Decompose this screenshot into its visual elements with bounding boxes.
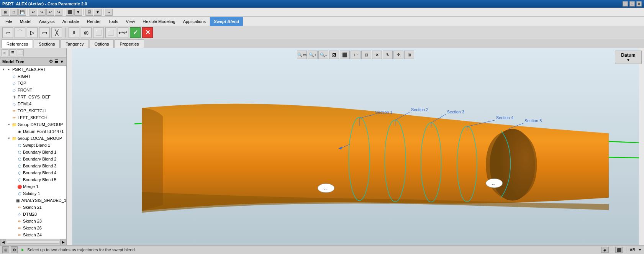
tree-item[interactable]: ✏Sketch 26	[0, 225, 66, 231]
datum-arrow-btn[interactable]: ▼	[626, 58, 630, 62]
menu-analysis[interactable]: Analysis	[35, 17, 59, 26]
feat-confirm[interactable]: ✓	[130, 27, 141, 38]
tree-item[interactable]: ⬡Boundary Blend 4	[0, 169, 66, 176]
stb-btn2[interactable]: ☰	[9, 49, 16, 56]
tree-filter-icon[interactable]: ⚙	[49, 59, 53, 64]
qa-check-arrow[interactable]: ▼	[94, 9, 102, 16]
tree-item[interactable]: ✏Sketch 24	[0, 231, 66, 238]
qa-undo[interactable]: ↩	[29, 9, 37, 16]
vp-spin[interactable]: ↻	[383, 51, 393, 59]
close-button[interactable]: ✕	[636, 1, 642, 7]
tree-expand-arrow[interactable]: ▾	[2, 67, 5, 71]
feat-sketch2[interactable]: ⌒	[15, 27, 25, 38]
qa-redo[interactable]: ↪	[38, 9, 46, 16]
tab-options[interactable]: Options	[90, 39, 114, 48]
vp-axes[interactable]: ✛	[393, 51, 403, 59]
qa-new[interactable]: ⊞	[2, 9, 9, 16]
tree-item[interactable]: ◇RIGHT	[0, 73, 66, 80]
menu-render[interactable]: Render	[83, 17, 105, 26]
feat-action4[interactable]: ↩↩	[118, 27, 128, 38]
vp-view[interactable]: ⊡	[361, 51, 371, 59]
status-box1[interactable]: ◈	[601, 247, 609, 253]
tree-item[interactable]: ✏Sketch 21	[0, 204, 66, 211]
tree-item[interactable]: ⬡Swept Blend 1	[0, 142, 66, 149]
tree-item[interactable]: ◇DTM28	[0, 211, 66, 218]
menu-file[interactable]: File	[2, 17, 16, 26]
stb-btn3[interactable]: ⬜	[17, 49, 24, 56]
feat-sketch1[interactable]: ▱	[2, 27, 13, 38]
vp-more[interactable]: ⊞	[404, 51, 414, 59]
menu-flexible[interactable]: Flexible Modeling	[139, 17, 179, 26]
vp-zoom-out[interactable]: 🔍-	[318, 51, 328, 59]
tree-item[interactable]: ⬡Boundary Blend 2	[0, 156, 66, 162]
scroll-left[interactable]: ◀	[0, 239, 6, 245]
tab-sections[interactable]: Sections	[34, 39, 60, 48]
scroll-right[interactable]: ▶	[60, 239, 66, 245]
tree-expand-arrow[interactable]: ▾	[7, 136, 11, 140]
tree-item[interactable]: ◇DTM14	[0, 100, 66, 107]
tree-item[interactable]: ▦ANALYSIS_SHADED_1	[0, 197, 66, 204]
menu-applications[interactable]: Applications	[179, 17, 210, 26]
status-icon-1[interactable]: ⊞	[2, 246, 9, 253]
status-lang-arrow[interactable]: ▼	[638, 248, 642, 252]
tree-item[interactable]: ▾📁Group LOCAL_GROUP	[0, 135, 66, 142]
menu-swept-blend[interactable]: Swept Blend	[210, 17, 243, 26]
tree-item[interactable]: ⬡Boundary Blend 3	[0, 162, 66, 169]
feat-sketch5[interactable]: ╳	[51, 27, 62, 38]
tree-item[interactable]: ✛PRT_CSYS_DEF	[0, 93, 66, 100]
menu-model[interactable]: Model	[16, 17, 35, 26]
model-tree-header: Model Tree ⚙ ☰ ▼	[0, 57, 66, 66]
qa-undo2[interactable]: ↩	[46, 9, 54, 16]
stb-btn1[interactable]: ⊞	[2, 49, 8, 56]
tree-item[interactable]: ⬡Boundary Blend 5	[0, 176, 66, 183]
qa-arrow[interactable]: →	[105, 9, 113, 16]
vp-zoom-area[interactable]: 🔍▭	[297, 51, 307, 59]
tree-item[interactable]: 🔴Merge 1	[0, 183, 66, 190]
tree-item[interactable]: ◇FRONT	[0, 87, 66, 93]
qa-save[interactable]: 💾	[18, 9, 26, 16]
qa-check[interactable]: ☑	[85, 9, 93, 16]
vp-fit[interactable]: 🖼	[329, 51, 339, 59]
statusbar: ⊞ ⚙ ➤ Select up to two chains as traject…	[0, 245, 644, 254]
feat-cancel[interactable]: ✕	[142, 27, 153, 38]
scroll-track[interactable]	[7, 241, 59, 244]
feat-action2[interactable]: ⬜	[93, 27, 104, 38]
tab-references[interactable]: References	[2, 39, 33, 48]
qa-redo2[interactable]: ↪	[55, 9, 62, 16]
tree-expand-arrow[interactable]: ▾	[7, 123, 11, 126]
vp-remove[interactable]: ✕	[372, 51, 382, 59]
qa-open[interactable]: □	[10, 9, 18, 16]
qa-regen-arrow[interactable]: ▼	[74, 9, 82, 16]
status-icon-2[interactable]: ⚙	[11, 246, 18, 253]
tree-item[interactable]: ✏LEFT_SKETCH	[0, 114, 66, 121]
tree-item[interactable]: ⬡Solidity 1	[0, 190, 66, 197]
feat-sketch4[interactable]: ▭	[39, 27, 50, 38]
vp-orient[interactable]: ↩	[351, 51, 361, 59]
tree-item[interactable]: ▾📁Group DATUM_GROUP	[0, 121, 66, 128]
tree-item[interactable]: ✏Sketch 23	[0, 218, 66, 225]
tree-item[interactable]: ◇TOP	[0, 80, 66, 87]
menu-annotate[interactable]: Annotate	[59, 17, 83, 26]
vp-zoom-in[interactable]: 🔍+	[308, 51, 318, 59]
tree-cols-icon[interactable]: ☰	[54, 59, 58, 64]
tab-properties[interactable]: Properties	[115, 39, 144, 48]
tree-item[interactable]: ✏TOP_SKETCH	[0, 107, 66, 114]
feat-pause[interactable]: ⏸	[69, 27, 79, 38]
viewport[interactable]: 🔍▭ 🔍+ 🔍- 🖼 ⬛ ↩ ⊡ ✕ ↻ ✛ ⊞	[67, 48, 644, 245]
feat-action1[interactable]: ◎	[81, 27, 92, 38]
tab-tangency[interactable]: Tangency	[61, 39, 88, 48]
feat-action3[interactable]: ⬜	[105, 27, 116, 38]
qa-regen[interactable]: ⬛	[66, 9, 74, 16]
maximize-button[interactable]: □	[629, 1, 635, 7]
feat-sketch3[interactable]: ▷	[27, 27, 38, 38]
tree-item[interactable]: ⬡Boundary Blend 1	[0, 149, 66, 156]
vp-shade[interactable]: ⬛	[340, 51, 350, 59]
minimize-button[interactable]: ─	[623, 1, 628, 7]
status-box2[interactable]: ⬛	[615, 247, 623, 253]
tree-item[interactable]: ▾▪PSRT_ALEX.PRT	[0, 66, 66, 73]
tree-item-icon: ⬡	[17, 143, 22, 148]
tree-item[interactable]: ◈Datum Point Id 14471	[0, 128, 66, 135]
tree-cols-arrow[interactable]: ▼	[60, 59, 64, 64]
menu-tools[interactable]: Tools	[105, 17, 122, 26]
menu-view[interactable]: View	[122, 17, 139, 26]
